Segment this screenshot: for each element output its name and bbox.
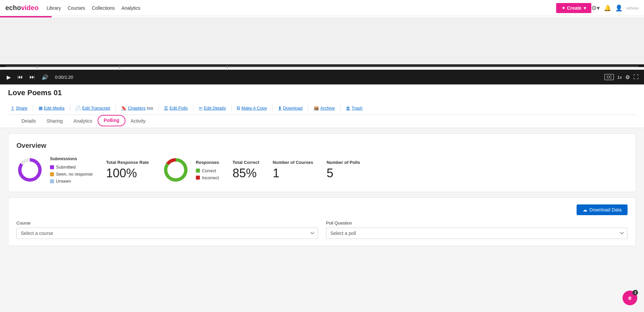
number-of-polls-value: 5 (327, 166, 360, 180)
create-arrow-icon: ▾ (584, 5, 586, 11)
tabs: Details Sharing Analytics Polling Activi… (8, 115, 636, 128)
toolbar-divider-7 (272, 105, 273, 111)
submissions-legend: Submissions Submitted Seen, no response … (50, 156, 93, 184)
download-data-btn[interactable]: ☁ Download Data (577, 204, 628, 215)
timeline-track[interactable] (5, 66, 639, 67)
submissions-donut-svg (16, 157, 43, 183)
share-icon: ⇧ (11, 106, 14, 111)
make-copy-label: Make A Copy (241, 106, 267, 111)
rewind-button[interactable]: ⏮ (16, 73, 24, 81)
archive-btn[interactable]: 📦 Archive (311, 104, 337, 112)
fullscreen-icon[interactable]: ⛶ (633, 74, 639, 80)
share-label: Share (16, 106, 28, 111)
timeline-marker (227, 66, 228, 68)
bell-icon[interactable]: 🔔 (604, 4, 611, 12)
filter-row: Course Select a course Poll Question Sel… (16, 221, 628, 239)
transcript-icon: 📄 (75, 106, 81, 111)
download-btn[interactable]: ⬇ Download (275, 104, 305, 112)
tab-activity[interactable]: Activity (125, 115, 151, 128)
total-correct-block: Total Correct 85% (232, 160, 259, 180)
volume-button[interactable]: 🔊 (40, 73, 50, 82)
number-of-courses-value: 1 (273, 166, 313, 180)
chapters-btn[interactable]: 🔖 ChaptersBeta (118, 104, 156, 112)
player-settings-icon[interactable]: ⚙ (625, 74, 630, 80)
tab-details[interactable]: Details (16, 115, 41, 128)
legend-correct: Correct (196, 168, 219, 173)
video-player[interactable] (0, 17, 644, 64)
filter-card: ☁ Download Data Course Select a course P… (8, 197, 636, 246)
course-select[interactable]: Select a course (16, 228, 318, 239)
download-label: Download (283, 106, 303, 111)
edit-polls-label: Edit Polls (169, 106, 187, 111)
toolbar-divider (33, 105, 33, 111)
correct-label: Correct (202, 168, 216, 173)
submissions-label: Submissions (50, 156, 93, 161)
create-button[interactable]: ✦ Create ▾ (556, 3, 591, 13)
responses-group: Responses Correct Incorrect (162, 157, 219, 183)
legend-incorrect: Incorrect (196, 175, 219, 180)
play-button[interactable]: ▶ (5, 73, 12, 82)
incorrect-dot (196, 176, 200, 180)
edit-media-label: Edit Media (44, 106, 64, 111)
tab-polling[interactable]: Polling (98, 115, 125, 126)
overview-stats: Submissions Submitted Seen, no response … (16, 156, 628, 184)
submitted-dot (50, 165, 54, 169)
edit-polls-btn[interactable]: ☰ Edit Polls (161, 104, 190, 112)
nav-collections[interactable]: Collections (92, 5, 115, 11)
submitted-label: Submitted (56, 165, 76, 170)
media-title-area: Love Poems 01 ⇧ Share ▦ Edit Media 📄 Edi… (0, 84, 644, 128)
download-data-icon: ☁ (583, 207, 587, 212)
speed-button[interactable]: 1x (617, 75, 622, 80)
poll-label: Poll Question (326, 221, 628, 226)
media-title: Love Poems 01 (8, 88, 636, 97)
time-display: 0:00/1:20 (55, 75, 73, 80)
logo: echovideo (5, 4, 39, 12)
user-icon[interactable]: 👤 (615, 4, 623, 12)
trash-btn[interactable]: 🗑 Trash (343, 104, 365, 112)
make-copy-btn[interactable]: ⧉ Make A Copy (234, 104, 270, 112)
share-btn[interactable]: ⇧ Share (8, 104, 30, 112)
edit-transcript-btn[interactable]: 📄 Edit Transcript (73, 104, 113, 112)
navbar: echovideo Library Courses Collections An… (0, 0, 644, 16)
timeline-container (0, 64, 644, 67)
poll-select[interactable]: Select a poll (326, 228, 628, 239)
total-correct-value: 85% (232, 166, 259, 180)
toolbar-divider-4 (158, 105, 159, 111)
edit-details-btn[interactable]: ✏ Edit Details (196, 104, 229, 112)
number-of-polls-block: Number of Polls 5 (327, 160, 360, 180)
nav-courses[interactable]: Courses (68, 5, 85, 11)
overview-card: Overview Submissions Submitted (8, 133, 636, 192)
navbar-links: Library Courses Collections Analytics (47, 5, 556, 11)
edit-media-btn[interactable]: ▦ Edit Media (36, 104, 67, 112)
tab-analytics[interactable]: Analytics (68, 115, 98, 128)
settings-icon[interactable]: ⚙▾ (591, 4, 600, 12)
download-icon: ⬇ (278, 106, 282, 111)
echooo-label: echooo (627, 6, 639, 10)
legend-unseen: Unseen (50, 179, 93, 184)
fast-forward-button[interactable]: ⏭ (28, 73, 36, 81)
unseen-dot (50, 179, 54, 183)
tab-sharing[interactable]: Sharing (41, 115, 68, 128)
poll-filter-group: Poll Question Select a poll (326, 221, 628, 239)
correct-dot (196, 169, 200, 173)
toolbar-divider-6 (231, 105, 231, 111)
unseen-label: Unseen (56, 179, 71, 184)
trash-icon: 🗑 (346, 106, 350, 111)
number-of-courses-label: Number of Courses (273, 160, 313, 165)
chapters-icon: 🔖 (121, 106, 126, 111)
course-filter-group: Course Select a course (16, 221, 318, 239)
total-response-rate-value: 100% (106, 166, 149, 180)
toolbar-divider-9 (340, 105, 340, 111)
cc-button[interactable]: CC (604, 74, 614, 80)
nav-library[interactable]: Library (47, 5, 61, 11)
polls-icon: ☰ (164, 106, 168, 111)
responses-legend: Responses Correct Incorrect (196, 160, 219, 180)
logo-video: video (21, 4, 39, 12)
total-correct-label: Total Correct (232, 160, 259, 165)
toolbar-divider-8 (308, 105, 308, 111)
number-of-courses-block: Number of Courses 1 (273, 160, 313, 180)
video-controls: ▶ ⏮ ⏭ 🔊 0:00/1:20 CC 1x ⚙ ⛶ (0, 70, 644, 84)
navbar-right: ⚙▾ 🔔 👤 echooo (591, 4, 639, 12)
nav-analytics[interactable]: Analytics (121, 5, 140, 11)
trash-label: Trash (352, 106, 363, 111)
